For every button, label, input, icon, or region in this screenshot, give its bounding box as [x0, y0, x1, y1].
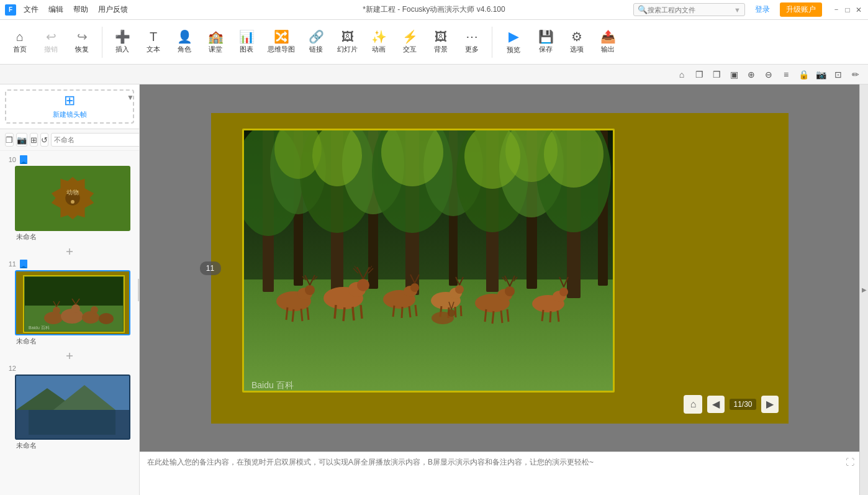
panel-actions: ❐ 📷 ⊞ ↺: [0, 129, 139, 151]
notes-expand-button[interactable]: ⛶: [846, 457, 854, 467]
canvas-nav-prev-button[interactable]: ◀: [707, 396, 725, 413]
fit-button[interactable]: ⊞: [30, 133, 38, 147]
secondary-toolbar: ⌂ ❐ ❒ ▣ ⊕ ⊖ ≡ 🔒 📷 ⊡ ✏: [0, 65, 868, 84]
svg-line-112: [501, 311, 502, 323]
canvas-nav-home-button[interactable]: ⌂: [684, 395, 702, 414]
search-input[interactable]: [648, 6, 734, 14]
role-button[interactable]: 👤 角色: [170, 28, 199, 57]
menu-help[interactable]: 帮助: [73, 4, 88, 15]
svg-line-91: [402, 307, 402, 318]
home-label: 首页: [13, 45, 27, 54]
classroom-button[interactable]: 🏫 课堂: [201, 28, 230, 57]
home-button[interactable]: ⌂ 首页: [5, 28, 35, 57]
maximize-button[interactable]: □: [843, 6, 852, 14]
mindmap-label: 思维导图: [268, 45, 295, 54]
svg-line-102: [461, 306, 461, 316]
svg-line-92: [409, 306, 410, 317]
save-button[interactable]: 💾 保存: [531, 28, 561, 57]
sec-frame-btn[interactable]: ▣: [726, 67, 741, 82]
upgrade-button[interactable]: 升级账户: [780, 2, 822, 17]
sec-paste-btn[interactable]: ❒: [709, 67, 724, 82]
insert-button[interactable]: ➕ 插入: [107, 28, 137, 57]
svg-line-101: [455, 307, 456, 317]
search-dropdown-icon[interactable]: ▼: [734, 6, 741, 14]
svg-point-63: [305, 285, 315, 295]
sec-align-btn[interactable]: ≡: [779, 67, 793, 82]
undo-icon: ↩: [46, 30, 57, 43]
slide-10-thumbnail[interactable]: 动物: [15, 166, 130, 231]
mindmap-icon: 🔀: [274, 30, 289, 43]
link-button[interactable]: 🔗 链接: [301, 28, 331, 57]
title-menus: 文件 编辑 帮助 用户反馈: [24, 4, 128, 15]
sec-home-btn[interactable]: ⌂: [674, 67, 689, 82]
svg-line-68: [286, 307, 287, 320]
main-layout: ⊞ 新建镜头帧 ▼ ❐ 📷 ⊞ ↺ 10: [0, 84, 868, 495]
export-button[interactable]: 📤 输出: [593, 28, 623, 57]
minimize-button[interactable]: －: [832, 6, 841, 14]
more-icon: ⋯: [466, 30, 478, 43]
slide-12-thumbnail[interactable]: [15, 375, 130, 440]
animate-button[interactable]: ✨ 动画: [364, 28, 394, 57]
main-deer-image: Baidu 百科: [244, 130, 615, 393]
chart-button[interactable]: 📊 图表: [232, 28, 261, 57]
login-button[interactable]: 登录: [750, 3, 775, 16]
svg-point-123: [448, 309, 455, 317]
svg-rect-33: [29, 410, 115, 435]
sec-grid-btn[interactable]: ⊡: [831, 67, 846, 82]
sec-photo-btn[interactable]: 📷: [813, 67, 828, 82]
svg-line-81: [335, 305, 336, 319]
toolbar-sep-2: [492, 27, 492, 58]
slide-12-num: 12: [5, 365, 16, 372]
sec-copy-btn[interactable]: ❐: [692, 67, 707, 82]
slide-add-between-10-11[interactable]: [2, 245, 137, 258]
sec-plus-btn[interactable]: ⊕: [744, 67, 759, 82]
preview-button[interactable]: ▶ 预览: [497, 27, 530, 57]
mindmap-button[interactable]: 🔀 思维导图: [263, 28, 300, 57]
svg-point-17: [99, 313, 114, 324]
panel-dropdown-icon[interactable]: ▼: [127, 93, 134, 102]
capture-button[interactable]: 📷: [16, 133, 27, 147]
canvas-nav-next-button[interactable]: ▶: [761, 396, 779, 413]
sec-edit-btn[interactable]: ✏: [848, 67, 863, 82]
classroom-icon: 🏫: [208, 30, 224, 43]
preview-icon: ▶: [509, 30, 519, 43]
main-toolbar: ⌂ 首页 ↩ 撤销 ↪ 恢复 ➕ 插入 T 文本 👤 角色 🏫 课堂: [0, 20, 868, 65]
canvas-viewport[interactable]: 11: [140, 84, 859, 452]
options-button[interactable]: ⚙ 选项: [562, 28, 592, 57]
interact-button[interactable]: ⚡ 交互: [395, 28, 425, 57]
toolbar-sep-1: [102, 27, 102, 58]
slide-10-indicator: [19, 155, 29, 165]
slide-11-indicator: [19, 259, 29, 269]
close-button[interactable]: ✕: [854, 6, 863, 14]
search-box[interactable]: 🔍 ▼: [633, 3, 745, 16]
redo-button[interactable]: ↪ 恢复: [67, 28, 97, 57]
svg-point-74: [357, 279, 369, 291]
sec-minus-btn[interactable]: ⊖: [761, 67, 776, 82]
frame-name-input[interactable]: [51, 133, 140, 147]
text-button[interactable]: T 文本: [138, 28, 168, 57]
svg-point-5: [71, 200, 75, 204]
right-panel-handle[interactable]: ▶: [859, 84, 868, 495]
slide-add-between-11-12[interactable]: [2, 350, 137, 362]
preview-label: 预览: [507, 45, 520, 55]
svg-point-105: [505, 286, 515, 296]
sec-lock-btn[interactable]: 🔒: [796, 67, 811, 82]
toolbar-create-group: ➕ 插入 T 文本 👤 角色 🏫 课堂 📊 图表 🔀 思维导图 🔗 链接 🖼: [107, 28, 487, 57]
loop-button[interactable]: ↺: [40, 133, 48, 147]
bg-button[interactable]: 🖼 背景: [426, 28, 456, 57]
notes-textarea[interactable]: [140, 452, 859, 495]
menu-feedback[interactable]: 用户反馈: [98, 4, 128, 15]
svg-line-90: [393, 306, 394, 317]
svg-line-120: [550, 311, 551, 322]
undo-button[interactable]: ↩ 撤销: [36, 28, 66, 57]
svg-point-14: [44, 312, 63, 324]
more-button[interactable]: ⋯ 更多: [457, 28, 487, 57]
slide-11-thumbnail[interactable]: Baidu 百科: [15, 270, 130, 335]
copy-frame-button[interactable]: ❐: [5, 133, 14, 147]
new-frame-area[interactable]: ⊞ 新建镜头帧: [5, 89, 134, 124]
save-icon: 💾: [538, 30, 554, 43]
menu-edit[interactable]: 编辑: [48, 4, 63, 15]
menu-file[interactable]: 文件: [24, 4, 38, 15]
slideshow-button[interactable]: 🖼 幻灯片: [332, 28, 363, 57]
svg-line-121: [558, 311, 559, 322]
